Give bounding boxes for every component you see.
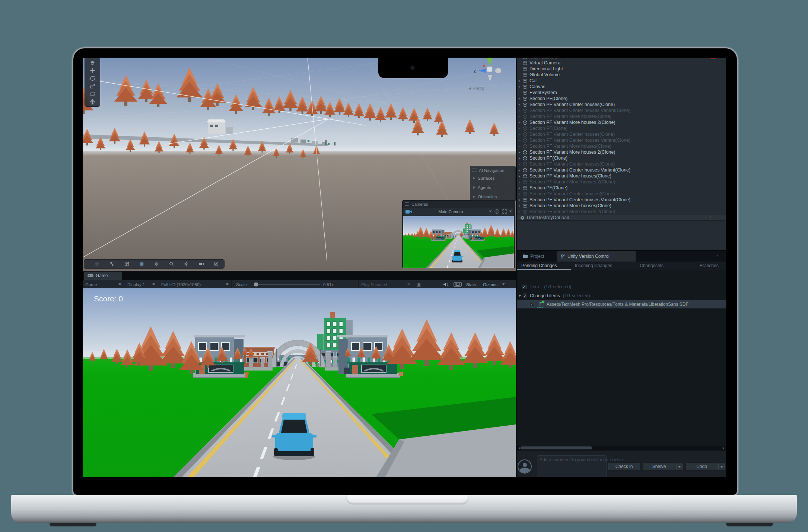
play-focused-dropdown[interactable]: Play Focused [358, 280, 413, 289]
hierarchy-item[interactable]: ►Section PF Variant More houses 2(Clone) [517, 179, 726, 185]
transform-tool-icon[interactable] [85, 98, 100, 106]
expander-icon[interactable]: ► [518, 109, 522, 112]
hierarchy-item[interactable]: ►Car [517, 78, 726, 84]
expander-icon[interactable]: ► [518, 79, 522, 83]
ainav-item-agents[interactable]: Agents [470, 183, 515, 192]
expander-icon[interactable]: ► [518, 115, 522, 118]
hierarchy-item[interactable]: ►Section PF Variant More houses(Clone) [517, 203, 726, 209]
camera-select[interactable]: Main Camera [413, 209, 489, 214]
expander-icon[interactable]: ► [518, 186, 522, 190]
ai-navigation-header[interactable]: AI Navigation [470, 166, 515, 173]
expander-icon[interactable]: ► [518, 169, 522, 172]
expander-right-icon[interactable] [473, 177, 475, 180]
hierarchy-item[interactable]: ►Section PF(Clone) [517, 96, 726, 102]
display-dropdown[interactable]: Display 1 [125, 280, 158, 289]
expander-icon[interactable]: ► [518, 192, 522, 196]
expander-icon[interactable]: ► [518, 97, 522, 100]
tool-settings-icon[interactable] [104, 260, 119, 267]
hierarchy-item[interactable]: ►Section PF Variant Center houses(Clone) [517, 191, 726, 197]
scroll-right-icon[interactable]: ► [722, 446, 725, 450]
expander-down-icon[interactable] [518, 295, 521, 297]
expander-icon[interactable]: ► [518, 204, 522, 208]
hierarchy-item[interactable]: ►Section PF Variant More houses 2(Clone) [517, 149, 726, 155]
rect-tool-icon[interactable] [85, 90, 100, 98]
chevron-down-icon[interactable] [509, 211, 512, 212]
rotate-tool-icon[interactable] [85, 74, 100, 82]
checkbox-checked[interactable]: ✓ [523, 294, 527, 298]
hierarchy-item[interactable]: ►Section PF Variant Center houses Varian… [517, 197, 726, 203]
expander-icon[interactable]: ► [518, 198, 522, 202]
hierarchy-item[interactable]: ►Section PF Variant More houses(Clone) [517, 173, 726, 179]
hierarchy-item[interactable]: Virtual Camera [517, 60, 726, 66]
camera-settings-icon[interactable] [194, 260, 209, 267]
subtab-changesets[interactable]: Changesets [640, 262, 664, 270]
hierarchy-item[interactable]: ►Canvas [517, 84, 726, 90]
hierarchy-item[interactable]: Global Volume [517, 72, 726, 78]
resolution-dropdown[interactable]: Full HD (1920x1080) [159, 280, 232, 289]
debug-bug-icon[interactable] [416, 280, 422, 289]
expander-icon[interactable]: ► [518, 139, 522, 142]
chevron-down-icon[interactable] [489, 211, 492, 212]
perspective-toggle[interactable]: Persp [468, 86, 513, 91]
hierarchy-item[interactable]: ►Section PF Variant Center houses Varian… [517, 108, 726, 113]
expander-icon[interactable]: ► [518, 210, 522, 214]
item-summary-row[interactable]: ✓ Item (1/1 selected) [517, 283, 726, 290]
scale-slider[interactable] [258, 284, 320, 285]
hierarchy-scene-row[interactable]: DontDestroyOnLoad⋮ [517, 215, 726, 221]
horizontal-scrollbar[interactable]: ◄ ► [517, 446, 726, 450]
expander-icon[interactable]: ► [518, 151, 522, 154]
checkbox-checked[interactable]: ✓ [522, 285, 527, 289]
scale-slider-knob[interactable] [254, 282, 258, 286]
center-pivot-icon[interactable] [179, 260, 194, 267]
expander-icon[interactable]: ► [518, 145, 522, 148]
hierarchy-item[interactable]: ►Section PF Variant Center houses(Clone) [517, 102, 726, 108]
move-tool-icon[interactable] [85, 67, 100, 74]
frame-camera-icon[interactable] [502, 209, 507, 214]
hierarchy-item[interactable]: ►Section PF(Clone) [517, 125, 726, 131]
gizmo-2d-icon[interactable] [149, 260, 164, 267]
undo-dropdown-button[interactable] [718, 463, 725, 470]
hierarchy-item[interactable]: ►Section PF Variant More houses 2(Clone) [517, 209, 726, 215]
expander-right-icon[interactable] [473, 186, 475, 189]
scene-view[interactable]: z Persp AI Navigation SurfacesAgentsObst… [83, 58, 516, 271]
expander-icon[interactable]: ► [518, 174, 522, 178]
tab-game[interactable]: Game [84, 272, 122, 280]
kebab-menu-icon[interactable]: ⋮ [708, 216, 712, 219]
subtab-pending-changes[interactable]: Pending Changes [521, 262, 557, 270]
hierarchy-item[interactable]: ►Section PF Variant More houses(Clone) [517, 143, 726, 149]
shelve-dropdown-button[interactable] [676, 463, 683, 470]
ainav-item-surfaces[interactable]: Surfaces [470, 173, 515, 183]
subtab-branches[interactable]: Branches [700, 262, 719, 270]
expander-icon[interactable]: ► [518, 103, 522, 106]
shaded-mode-icon[interactable] [134, 260, 149, 267]
expander-icon[interactable]: ► [518, 121, 522, 124]
hierarchy-item[interactable]: ►Section PF Variant More houses(Clone) [517, 113, 726, 119]
gizmos-dropdown[interactable]: Gizmos [483, 280, 505, 289]
game-viewport[interactable] [83, 288, 516, 477]
tab-unity-version-control[interactable]: Unity Version Control [557, 251, 636, 262]
drag-handle-icon[interactable] [472, 169, 477, 172]
game-view[interactable]: Score: 0 [83, 288, 516, 477]
expander-icon[interactable]: ► [518, 127, 522, 130]
cameras-header[interactable]: Cameras [403, 201, 515, 207]
undo-button[interactable]: Undo [686, 463, 718, 470]
mute-audio-icon[interactable] [443, 280, 449, 289]
hierarchy-item[interactable]: ►Section PF Variant More houses 2(Clone) [517, 119, 726, 125]
hierarchy-item[interactable]: ►Section PF Variant Center houses(Clone) [517, 131, 726, 137]
info-icon[interactable] [494, 209, 499, 214]
scene-orientation-gizmo[interactable]: z [468, 58, 514, 84]
hierarchy-item[interactable]: ►Section PF Variant Center houses Varian… [517, 167, 726, 173]
shelve-button[interactable]: Shelve [643, 463, 675, 470]
hierarchy-item[interactable]: Directional Light [517, 66, 726, 72]
expander-right-icon[interactable] [473, 195, 475, 198]
kebab-menu-icon[interactable]: ⋮ [716, 253, 720, 257]
expander-icon[interactable]: ► [518, 85, 522, 89]
expander-icon[interactable]: ► [518, 133, 522, 136]
hand-tool-icon[interactable] [85, 59, 100, 67]
changed-file-row[interactable]: ✓ F Assets/TextMesh Pro/Resources/Fonts … [517, 300, 726, 308]
scrollbar-thumb[interactable] [521, 446, 592, 449]
changed-items-row[interactable]: ✓ Changed items (1/1 selected) [517, 292, 726, 299]
subtab-incoming-changes[interactable]: Incoming Changes [575, 262, 612, 270]
hierarchy-item[interactable]: ►Section PF(Clone) [517, 185, 726, 191]
drag-handle-icon[interactable] [86, 262, 89, 267]
